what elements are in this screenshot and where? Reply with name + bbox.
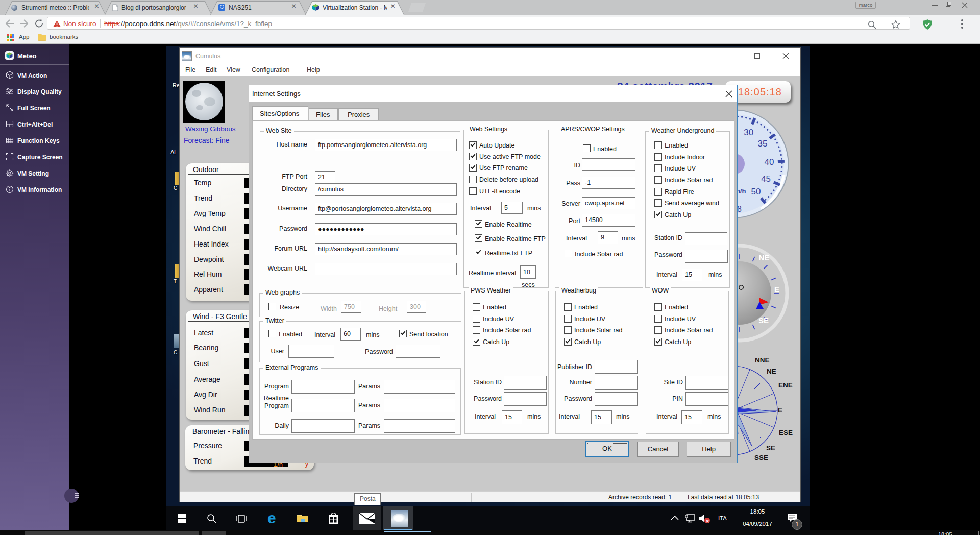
svg-text:NE: NE [759, 253, 770, 262]
svg-text:8: 8 [737, 205, 742, 213]
svg-text:E: E [774, 285, 779, 294]
svg-text:30: 30 [744, 128, 753, 137]
svg-text:40: 40 [764, 157, 774, 167]
svg-text:35: 35 [758, 139, 768, 149]
svg-text:NE: NE [767, 368, 776, 375]
svg-text:ESE: ESE [779, 429, 793, 436]
svg-text:45: 45 [761, 174, 771, 184]
svg-text:SE: SE [766, 444, 775, 452]
svg-text:SE: SE [758, 316, 769, 325]
svg-text:NNE: NNE [755, 356, 770, 364]
svg-text:SSE: SSE [754, 454, 768, 461]
svg-text:ENE: ENE [778, 381, 793, 389]
svg-text:E: E [778, 406, 782, 414]
svg-text:50: 50 [751, 187, 761, 197]
